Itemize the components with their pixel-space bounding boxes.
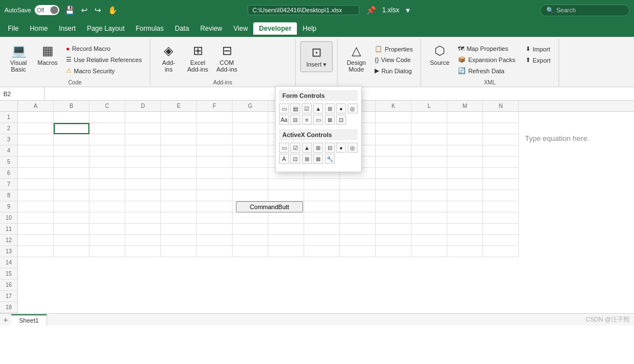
cell-B6[interactable]: [54, 168, 89, 179]
cell-K7[interactable]: [376, 179, 411, 190]
menu-view[interactable]: View: [228, 22, 254, 35]
fc-x1[interactable]: ⊠: [325, 115, 335, 125]
cell-N2[interactable]: [483, 123, 519, 134]
design-mode-button[interactable]: △ DesignMode: [342, 41, 370, 75]
cell-J11[interactable]: [340, 224, 376, 235]
cell-M11[interactable]: [447, 224, 483, 235]
fc-combo[interactable]: ▤: [290, 103, 300, 114]
autosave-toggle[interactable]: Off: [35, 5, 59, 15]
cell-M5[interactable]: [447, 157, 483, 168]
fc-groupbox[interactable]: ◎: [348, 103, 358, 114]
cell-E2[interactable]: [161, 123, 197, 134]
cell-A10[interactable]: [18, 212, 54, 224]
cell-M12[interactable]: [447, 235, 483, 246]
cell-K1[interactable]: [376, 112, 411, 123]
cell-I10[interactable]: [304, 212, 340, 224]
cell-E7[interactable]: [161, 179, 197, 190]
cell-K13[interactable]: [376, 246, 411, 257]
menu-data[interactable]: Data: [169, 22, 195, 35]
cell-K4[interactable]: [376, 145, 411, 157]
cell-N1[interactable]: [483, 112, 519, 123]
cell-F3[interactable]: [197, 134, 233, 145]
cell-K5[interactable]: [376, 157, 411, 168]
fc-spinner[interactable]: ▲: [313, 103, 323, 114]
ax-x3[interactable]: ⊞: [302, 154, 312, 164]
cell-E8[interactable]: [161, 190, 197, 201]
cell-B8[interactable]: [54, 190, 89, 201]
cell-N10[interactable]: [483, 212, 519, 224]
cell-D6[interactable]: [125, 168, 161, 179]
cell-A1[interactable]: [18, 112, 54, 123]
cell-D3[interactable]: [125, 134, 161, 145]
cell-A7[interactable]: [18, 179, 54, 190]
cell-B1[interactable]: [54, 112, 89, 123]
cell-A2[interactable]: [18, 123, 54, 134]
cell-I9[interactable]: [304, 201, 340, 212]
cell-L6[interactable]: [411, 168, 447, 179]
cell-J10[interactable]: [340, 212, 376, 224]
cell-D8[interactable]: [125, 190, 161, 201]
cell-D11[interactable]: [125, 224, 161, 235]
ax-x4[interactable]: ⊠: [313, 154, 323, 164]
cell-F2[interactable]: [197, 123, 233, 134]
cell-G5[interactable]: [233, 157, 268, 168]
cell-J8[interactable]: [340, 190, 376, 201]
cell-C10[interactable]: [89, 212, 125, 224]
ax-list[interactable]: ⊞: [313, 143, 323, 153]
macros-button[interactable]: ▦ Macros: [34, 41, 61, 68]
menu-home[interactable]: Home: [24, 22, 53, 35]
cell-G6[interactable]: [233, 168, 268, 179]
cell-F13[interactable]: [197, 246, 233, 257]
cell-D10[interactable]: [125, 212, 161, 224]
menu-help[interactable]: Help: [297, 22, 322, 35]
macro-security-button[interactable]: ⚠ Macro Security: [63, 65, 145, 76]
cell-A9[interactable]: [18, 201, 54, 212]
cell-L12[interactable]: [411, 235, 447, 246]
cell-L7[interactable]: [411, 179, 447, 190]
cell-G2[interactable]: [233, 123, 268, 134]
ax-x2[interactable]: ⊡: [290, 154, 300, 164]
cell-G3[interactable]: [233, 134, 268, 145]
cell-C4[interactable]: [89, 145, 125, 157]
cell-E1[interactable]: [161, 112, 197, 123]
command-button[interactable]: CommandButt: [236, 201, 303, 212]
cell-G10[interactable]: [233, 212, 268, 224]
cell-B3[interactable]: [54, 134, 89, 145]
menu-developer[interactable]: Developer: [253, 22, 297, 35]
import-button[interactable]: ⬇ Import: [522, 44, 554, 54]
com-add-ins-button[interactable]: ⊟ COMAdd-ins: [213, 41, 241, 75]
menu-page-layout[interactable]: Page Layout: [81, 22, 130, 35]
cell-A6[interactable]: [18, 168, 54, 179]
cell-K8[interactable]: [376, 190, 411, 201]
fc-x2[interactable]: ⊡: [336, 115, 346, 125]
pin-icon[interactable]: 📌: [364, 4, 378, 16]
excel-add-ins-button[interactable]: ⊞ ExcelAdd-ins: [184, 41, 212, 75]
cell-F4[interactable]: [197, 145, 233, 157]
add-sheet-button[interactable]: +: [0, 315, 11, 324]
cell-G4[interactable]: [233, 145, 268, 157]
fc-scroll[interactable]: ⊟: [290, 115, 300, 125]
cell-L1[interactable]: [411, 112, 447, 123]
redo-icon[interactable]: ↪: [92, 4, 103, 16]
menu-file[interactable]: File: [2, 22, 24, 35]
cell-M7[interactable]: [447, 179, 483, 190]
cell-E9[interactable]: [161, 201, 197, 212]
cell-A13[interactable]: [18, 246, 54, 257]
view-code-button[interactable]: {} View Code: [371, 55, 416, 65]
refresh-data-button[interactable]: 🔄 Refresh Data: [455, 65, 518, 76]
cell-B7[interactable]: [54, 179, 89, 190]
cell-A5[interactable]: [18, 157, 54, 168]
use-relative-references-button[interactable]: ☰ Use Relative References: [63, 54, 145, 65]
ax-label[interactable]: A: [279, 154, 289, 164]
cell-D7[interactable]: [125, 179, 161, 190]
cell-I8[interactable]: [304, 190, 340, 201]
cell-N6[interactable]: [483, 168, 519, 179]
cell-G11[interactable]: [233, 224, 268, 235]
cell-N3[interactable]: [483, 134, 519, 145]
cell-M6[interactable]: [447, 168, 483, 179]
cell-L10[interactable]: [411, 212, 447, 224]
cell-G1[interactable]: [233, 112, 268, 123]
cell-H7[interactable]: [268, 179, 304, 190]
cell-N8[interactable]: [483, 190, 519, 201]
cell-E13[interactable]: [161, 246, 197, 257]
